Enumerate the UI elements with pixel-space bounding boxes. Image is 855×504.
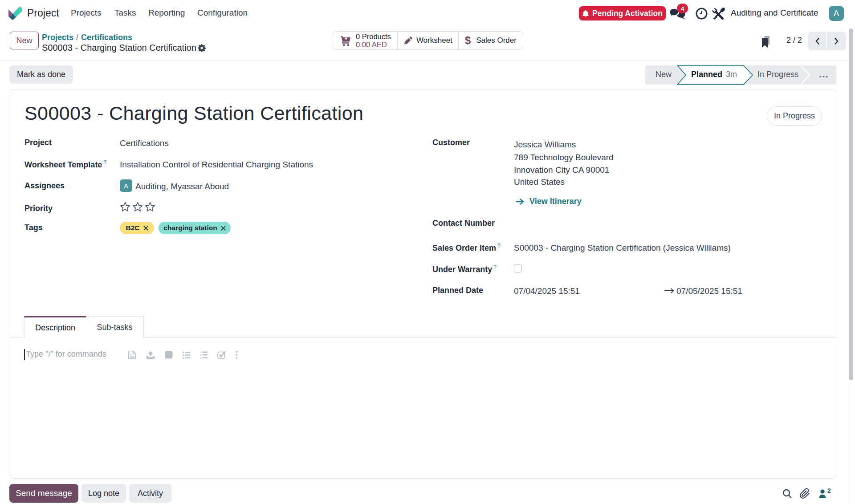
svg-text:2: 2 [200, 354, 202, 356]
svg-text:1: 1 [200, 351, 202, 354]
svg-text:3: 3 [200, 357, 202, 359]
